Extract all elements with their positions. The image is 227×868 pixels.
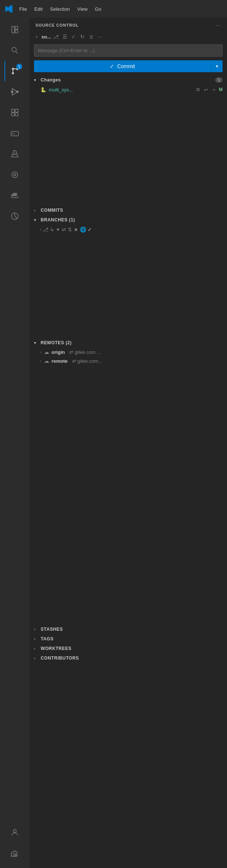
python-file-icon: 🐍 xyxy=(40,86,47,93)
activity-docker[interactable] xyxy=(4,185,25,206)
branch-star-outline-icon: ✦ xyxy=(56,227,60,232)
menu-go[interactable]: Go xyxy=(92,5,104,13)
branches-section-header[interactable]: ▾ BRANCHES (1) xyxy=(30,215,227,225)
panel-header: SOURCE CONTROL ··· xyxy=(30,18,227,31)
origin-chevron-icon: › xyxy=(40,350,41,354)
graph-icon[interactable]: ⧖ xyxy=(87,33,95,41)
file-status-badge: M xyxy=(219,87,223,92)
svg-point-27 xyxy=(13,830,16,832)
svg-point-7 xyxy=(12,73,14,74)
branch-check-icon: ✓ xyxy=(88,227,92,232)
svg-rect-0 xyxy=(12,26,14,33)
tags-title: TAGS xyxy=(41,636,54,641)
svg-rect-12 xyxy=(15,109,18,112)
tags-section-header[interactable]: › TAGS xyxy=(30,634,227,644)
remote-remote-item[interactable]: › ☁ remote ⇄ gitee.com... xyxy=(30,356,227,365)
branch-star-icon: ★ xyxy=(74,227,78,232)
svg-rect-23 xyxy=(15,195,17,196)
refresh-icon[interactable]: ↻ xyxy=(78,33,87,41)
svg-point-20 xyxy=(14,174,16,176)
list-view-icon[interactable]: ☰ xyxy=(61,33,69,41)
svg-rect-14 xyxy=(15,113,18,116)
checkmark-icon[interactable]: ✓ xyxy=(70,33,78,41)
toolbar-row: › so... ⎇ ☰ ✓ ↻ ⧖ ··· xyxy=(30,31,227,42)
menu-selection[interactable]: Selection xyxy=(47,5,72,13)
changes-section-header[interactable]: ▾ Changes 1 xyxy=(30,75,227,85)
svg-line-4 xyxy=(16,51,18,54)
origin-cloud-icon: ☁ xyxy=(44,349,49,355)
overflow-icon[interactable]: ··· xyxy=(96,33,104,41)
stashes-chevron-icon: › xyxy=(34,627,38,631)
svg-point-28 xyxy=(14,854,16,856)
worktrees-chevron-icon: › xyxy=(34,646,38,651)
branch-globe-icon: 🌐 xyxy=(80,227,86,232)
menu-edit[interactable]: Edit xyxy=(31,5,45,13)
svg-rect-1 xyxy=(15,26,18,29)
menu-view[interactable]: View xyxy=(74,5,91,13)
svg-rect-13 xyxy=(11,113,14,116)
remote-url: ⇄ gitee.com... xyxy=(72,358,102,364)
activity-test[interactable] xyxy=(4,144,25,164)
remotes-section-header[interactable]: ▾ REMOTES (2) xyxy=(30,338,227,348)
commits-chevron-icon: › xyxy=(34,208,38,212)
commits-section-header[interactable]: › COMMITS xyxy=(30,205,227,215)
commit-button[interactable]: ✓ Commit xyxy=(34,60,211,72)
commit-button-label: Commit xyxy=(117,63,135,69)
commit-message-input[interactable] xyxy=(34,44,223,57)
branch-push-icon: ⇅ xyxy=(68,227,72,232)
origin-url: ⇄ gitee.com ... xyxy=(69,349,101,355)
branch-icon[interactable]: ⎇ xyxy=(52,33,60,41)
branch-item[interactable]: › ⎇ ↳ ✦ ⇄ ⇅ ★ 🌐 ✓ xyxy=(30,225,227,234)
activity-extensions[interactable] xyxy=(4,102,25,123)
activity-search[interactable] xyxy=(4,40,25,61)
activity-explorer[interactable] xyxy=(4,19,25,40)
stashes-section-header[interactable]: › STASHES xyxy=(30,624,227,634)
changes-chevron-icon: ▾ xyxy=(34,78,38,83)
remotes-title: REMOTES (2) xyxy=(41,340,72,345)
file-item[interactable]: 🐍 multi_sys... ⧉ ↩ + M xyxy=(30,85,227,94)
commit-button-arrow[interactable]: ▾ xyxy=(211,60,223,72)
stashes-title: STASHES xyxy=(41,627,63,632)
activity-azure[interactable] xyxy=(4,206,25,227)
remote-cloud-icon: ☁ xyxy=(44,358,49,364)
chevron-down-icon: ▾ xyxy=(216,64,218,69)
remote-origin-item[interactable]: › ☁ origin ⇄ gitee.com ... xyxy=(30,348,227,356)
worktrees-title: WORKTREES xyxy=(41,646,71,651)
activity-settings[interactable] xyxy=(4,844,25,865)
activity-run-debug[interactable] xyxy=(4,81,25,102)
remote-name: remote xyxy=(51,358,67,364)
contributors-section-header[interactable]: › CONTRIBUTORS xyxy=(30,653,227,663)
remotes-chevron-icon: ▾ xyxy=(34,341,38,345)
svg-rect-25 xyxy=(15,193,17,194)
svg-point-3 xyxy=(12,47,16,52)
tags-chevron-icon: › xyxy=(34,637,38,641)
copy-icon[interactable]: ⧉ xyxy=(194,86,201,93)
discard-icon[interactable]: ↩ xyxy=(203,86,209,93)
file-actions: ⧉ ↩ + M xyxy=(194,86,223,93)
vscode-logo xyxy=(3,3,15,15)
activity-remote[interactable] xyxy=(4,123,25,144)
contributors-title: CONTRIBUTORS xyxy=(41,656,79,661)
activity-git-graph[interactable] xyxy=(4,164,25,185)
menu-file[interactable]: File xyxy=(16,5,30,13)
section-chevron-icon[interactable]: › xyxy=(33,33,41,41)
panel-title: SOURCE CONTROL xyxy=(35,23,79,27)
stage-icon[interactable]: + xyxy=(211,86,217,93)
commit-input-area xyxy=(30,42,227,59)
svg-rect-22 xyxy=(13,195,15,196)
activity-source-control[interactable]: 1 xyxy=(4,61,25,81)
branch-link-icon: ↳ xyxy=(50,227,54,232)
svg-point-9 xyxy=(11,91,13,93)
more-options-icon[interactable]: ··· xyxy=(215,21,221,29)
activity-account[interactable] xyxy=(4,822,25,843)
contributors-chevron-icon: › xyxy=(34,656,38,660)
source-control-badge: 1 xyxy=(16,64,22,70)
commit-btn-area: ✓ Commit ▾ xyxy=(30,59,227,75)
origin-name: origin xyxy=(51,349,65,355)
panel-source-label: so... xyxy=(41,34,51,40)
svg-rect-21 xyxy=(11,195,13,196)
branch-compare-icon: ⇄ xyxy=(62,227,66,232)
svg-rect-2 xyxy=(15,30,18,33)
worktrees-section-header[interactable]: › WORKTREES xyxy=(30,644,227,653)
svg-point-5 xyxy=(12,68,14,70)
